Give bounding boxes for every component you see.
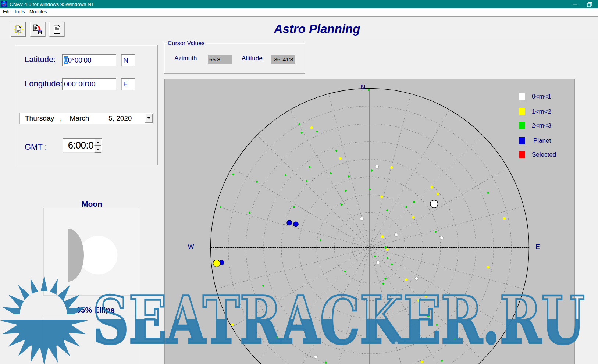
star-faint (384, 278, 387, 280)
latitude-value: 00°00'00 (63, 55, 92, 66)
moon-phase-panel (43, 208, 140, 296)
restore-icon (587, 2, 592, 7)
star-brightest (440, 236, 444, 239)
star-faint (309, 166, 311, 168)
star-faint (344, 270, 346, 273)
star-faint (384, 246, 387, 249)
star-faint (487, 192, 490, 195)
longitude-hemisphere-value: E (121, 79, 128, 90)
star-bright (503, 217, 506, 220)
star-faint (341, 203, 343, 206)
star-bright (487, 266, 490, 268)
menu-tools[interactable]: Tools (14, 8, 25, 15)
star-faint (386, 209, 389, 212)
star-faint (369, 188, 371, 191)
star-faint (325, 361, 327, 364)
star-faint (441, 360, 443, 362)
legend-swatch-1<m<2 (519, 108, 525, 115)
report-document-button[interactable] (49, 22, 64, 37)
gmt-label: GMT : (25, 142, 47, 152)
legend-label: 0<m<1 (532, 93, 551, 100)
longitude-hemisphere-input[interactable]: E (121, 78, 135, 90)
minimize-icon (573, 2, 578, 7)
save-document-button[interactable] (30, 22, 45, 37)
sky-chart-grid (211, 89, 529, 364)
star-faint (382, 283, 385, 285)
azimuth-value: 65.8 (208, 55, 232, 64)
star-faint (413, 201, 416, 203)
star-faint (335, 150, 338, 152)
sky-chart-compass-labels: NWE (188, 83, 540, 250)
sky-chart-stars (213, 89, 506, 364)
star-faint (284, 174, 287, 176)
star-bright (231, 323, 234, 326)
star-bright (339, 157, 342, 160)
svg-text:W: W (188, 243, 194, 250)
restore-button[interactable] (584, 0, 595, 8)
star-faint (316, 131, 318, 133)
star-faint (367, 89, 370, 91)
new-document-button[interactable] (11, 22, 26, 37)
legend-label: Planet (533, 137, 551, 144)
star-bright (390, 166, 393, 169)
star-bright (386, 248, 389, 251)
star-faint (435, 231, 437, 233)
legend-label: Selected (532, 151, 556, 158)
altitude-label: Altitude (242, 55, 263, 62)
legend-label: 2<m<3 (532, 122, 551, 129)
toolbar: Astro Planning (0, 16, 598, 40)
latitude-label: Latitude: (25, 55, 56, 64)
star-faint (256, 181, 259, 183)
star-bright (412, 216, 414, 219)
title-bar: CNAV 4.0 for windows 95/windows NT (0, 0, 598, 8)
star-faint (306, 180, 308, 182)
date-combobox[interactable]: Thursday , March 5, 2020 (19, 113, 154, 124)
star-faint (348, 175, 350, 178)
planet-marker (287, 220, 292, 225)
gmt-down-button[interactable] (94, 146, 101, 153)
star-faint (248, 211, 251, 214)
legend-swatch-Planet (519, 137, 525, 144)
star-faint (447, 294, 450, 297)
gmt-spinner[interactable]: 6:00:0 (63, 138, 102, 153)
star-faint (391, 263, 393, 266)
date-dropdown-button[interactable] (145, 114, 153, 123)
page-title: Astro Planning (234, 22, 400, 36)
moon-marker (430, 200, 438, 208)
star-faint (345, 190, 347, 192)
star-brightest (415, 277, 418, 280)
gmt-value: 6:00:0 (63, 139, 94, 152)
svg-text:E: E (535, 243, 540, 250)
longitude-input[interactable]: 000°00'00 (62, 78, 116, 90)
planet-marker (293, 222, 299, 227)
cursor-values-label: Cursor Values (167, 40, 206, 47)
star-faint (300, 132, 303, 134)
legend-swatch-0<m<1 (519, 93, 525, 100)
moon-phase-label: 95% Ellips (59, 306, 132, 314)
save-document-icon (33, 24, 43, 34)
star-faint (293, 206, 295, 208)
star-bright (417, 299, 420, 302)
arrow-up-icon (96, 142, 99, 143)
star-brightest (375, 165, 379, 168)
menu-modules[interactable]: Modules (29, 8, 47, 15)
star-faint (319, 239, 322, 242)
menu-file[interactable]: File (3, 8, 10, 15)
star-bright (310, 126, 313, 129)
star-faint (436, 324, 438, 326)
bottom-panel (44, 316, 140, 364)
sky-chart-panel[interactable]: NWE 0<m<11<m<22<m<3PlanetSelected (164, 79, 575, 364)
star-bright (431, 186, 433, 189)
star-faint (330, 172, 332, 175)
longitude-label: Longitude: (25, 79, 63, 89)
star-bright (380, 196, 383, 198)
star-bright (437, 193, 439, 195)
longitude-value: 000°00'00 (63, 79, 95, 90)
latitude-input[interactable]: 00°00'00 (62, 54, 116, 66)
minimize-button[interactable] (570, 0, 581, 8)
cursor-values-groupbox: Cursor Values Azimuth 65.8 Altitude -36°… (164, 43, 305, 74)
latitude-hemisphere-input[interactable]: N (121, 54, 135, 66)
gmt-up-button[interactable] (94, 139, 101, 146)
star-faint (298, 123, 301, 125)
planet-bright-marker (213, 260, 220, 267)
